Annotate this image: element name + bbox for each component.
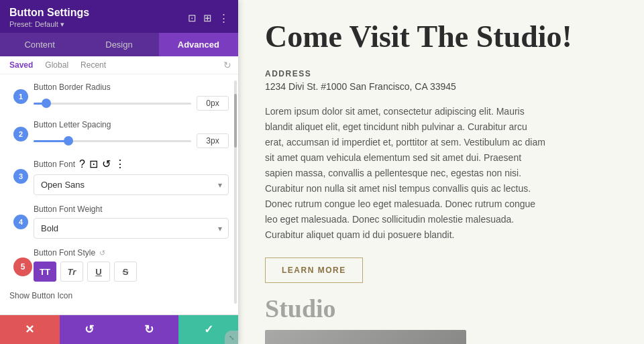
panel-preset[interactable]: Preset: Default ▾ <box>9 20 89 29</box>
responsive-icon[interactable]: ⊡ <box>188 12 197 24</box>
step-4-badge: 4 <box>13 215 28 229</box>
learn-more-button[interactable]: LEARN MORE <box>265 257 363 283</box>
redo-button[interactable]: ↻ <box>119 315 179 344</box>
undo-button[interactable]: ↺ <box>60 315 119 344</box>
font-weight-setting: 4 Button Font Weight Bold Normal Light <box>34 205 229 239</box>
font-style-reset-icon[interactable]: ↺ <box>99 249 105 257</box>
show-icon-label: Show Button Icon <box>9 291 229 300</box>
expand-icon[interactable]: ⊞ <box>203 12 212 24</box>
font-select[interactable]: Open Sans Roboto Lato <box>34 174 229 195</box>
panel-body: 1 Button Border Radius 0px 2 B <box>0 74 238 314</box>
panel-header-icons: ⊡ ⊞ ⋮ <box>188 12 229 24</box>
cancel-button[interactable]: ✕ <box>0 315 60 344</box>
tab-advanced[interactable]: Advanced <box>159 33 238 56</box>
sub-tab-recent[interactable]: Recent <box>78 59 109 71</box>
letter-spacing-setting: 2 Button Letter Spacing 3px <box>34 120 229 148</box>
step-5-badge: 5 <box>13 257 32 276</box>
font-style-bold-btn[interactable]: TT <box>34 262 56 282</box>
border-radius-slider[interactable] <box>34 97 191 110</box>
scroll-indicator <box>234 80 237 304</box>
letter-spacing-input[interactable]: 3px <box>197 133 229 148</box>
font-style-strike-btn[interactable]: S <box>114 262 137 282</box>
step-2-badge: 2 <box>13 127 28 141</box>
page-content: Come Visit The Studio! ADDRESS 1234 Divi… <box>238 0 644 344</box>
tab-design[interactable]: Design <box>79 33 158 56</box>
panel-sub-tabs: Saved Global Recent ↻ <box>0 56 238 74</box>
studio-partial-heading: Studio <box>265 294 617 323</box>
border-radius-input[interactable]: 0px <box>197 96 229 111</box>
address-label: ADDRESS <box>265 69 617 78</box>
border-radius-label: Button Border Radius <box>34 82 229 92</box>
address-value: 1234 Divi St. #1000 San Francisco, CA 33… <box>265 81 617 92</box>
scroll-thumb[interactable] <box>234 94 237 148</box>
sub-tab-refresh-icon[interactable]: ↻ <box>223 60 231 70</box>
font-style-label: Button Font Style ↺ <box>34 248 229 257</box>
letter-spacing-slider-row: 3px <box>34 133 229 148</box>
sub-tab-saved[interactable]: Saved <box>7 59 36 71</box>
tab-content[interactable]: Content <box>0 33 79 56</box>
font-weight-select-wrap: Bold Normal Light <box>34 218 229 239</box>
font-style-italic-btn[interactable]: Tr <box>60 262 83 282</box>
font-weight-label: Button Font Weight <box>34 205 229 214</box>
body-text: Lorem ipsum dolor sit amet, consectetur … <box>265 104 547 243</box>
font-select-wrap: Open Sans Roboto Lato <box>34 174 229 195</box>
font-more-icon[interactable]: ⋮ <box>115 158 125 170</box>
font-reset-icon[interactable]: ↺ <box>102 158 111 170</box>
resize-handle[interactable]: ⤡ <box>225 331 238 344</box>
step-1-badge: 1 <box>13 89 28 104</box>
bottom-image-strip <box>265 330 466 344</box>
sub-tab-global[interactable]: Global <box>42 59 71 71</box>
settings-panel: Button Settings Preset: Default ▾ ⊡ ⊞ ⋮ … <box>0 0 238 344</box>
font-setting: 3 Button Font ? ⊡ ↺ ⋮ Open Sans Roboto L… <box>34 158 229 195</box>
step-3-badge: 3 <box>13 169 28 184</box>
more-icon[interactable]: ⋮ <box>219 12 229 24</box>
font-label-row: Button Font ? ⊡ ↺ ⋮ <box>34 158 229 170</box>
font-style-setting: 5 Button Font Style ↺ TT Tr U S <box>34 248 229 282</box>
font-label: Button Font <box>34 160 75 169</box>
font-style-underline-btn[interactable]: U <box>87 262 110 282</box>
font-style-buttons: TT Tr U S <box>34 262 229 282</box>
font-copy-icon[interactable]: ⊡ <box>89 158 98 170</box>
page-heading: Come Visit The Studio! <box>265 20 617 54</box>
font-help-icon[interactable]: ? <box>79 158 85 170</box>
border-radius-setting: 1 Button Border Radius 0px <box>34 82 229 111</box>
font-weight-select[interactable]: Bold Normal Light <box>34 218 229 239</box>
border-radius-slider-row: 0px <box>34 96 229 111</box>
panel-title: Button Settings <box>9 7 89 19</box>
panel-header: Button Settings Preset: Default ▾ ⊡ ⊞ ⋮ <box>0 0 238 33</box>
letter-spacing-label: Button Letter Spacing <box>34 120 229 129</box>
letter-spacing-slider[interactable] <box>34 134 191 148</box>
panel-footer: ✕ ↺ ↻ ✓ <box>0 314 238 344</box>
panel-tabs: Content Design Advanced <box>0 33 238 56</box>
show-icon-setting: Show Button Icon <box>9 291 229 300</box>
